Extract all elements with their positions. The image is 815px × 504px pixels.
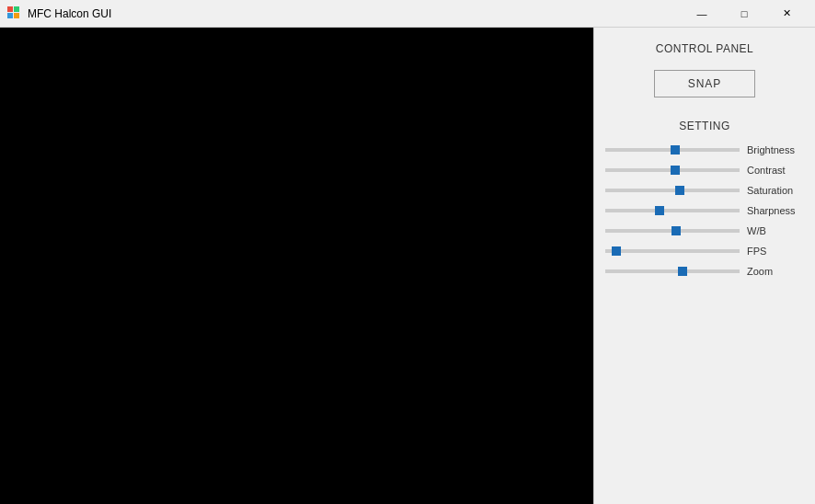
- slider-row: Contrast: [605, 164, 804, 177]
- slider-row: Brightness: [605, 143, 804, 156]
- slider-row: Zoom: [605, 265, 804, 278]
- camera-view: [0, 28, 593, 504]
- slider-wrapper-sharpness: [605, 204, 740, 217]
- window-controls: — □ ✕: [681, 0, 808, 28]
- snap-button[interactable]: SNAP: [654, 70, 755, 97]
- svg-rect-0: [7, 6, 13, 12]
- slider-row: W/B: [605, 224, 804, 237]
- slider-fps[interactable]: [605, 249, 740, 253]
- slider-w/b[interactable]: [605, 229, 740, 233]
- window-title: MFC Halcon GUI: [28, 7, 681, 20]
- slider-label-saturation: Saturation: [740, 185, 804, 196]
- slider-row: Saturation: [605, 184, 804, 197]
- app-icon: [7, 6, 22, 21]
- slider-label-brightness: Brightness: [740, 144, 804, 155]
- slider-row: Sharpness: [605, 204, 804, 217]
- svg-rect-3: [14, 13, 19, 18]
- close-button[interactable]: ✕: [765, 0, 808, 28]
- slider-wrapper-zoom: [605, 265, 740, 278]
- title-bar: MFC Halcon GUI — □ ✕: [0, 0, 815, 28]
- slider-wrapper-saturation: [605, 184, 740, 197]
- slider-zoom[interactable]: [605, 269, 740, 273]
- slider-label-zoom: Zoom: [740, 266, 804, 277]
- slider-label-fps: FPS: [740, 246, 804, 257]
- slider-row: FPS: [605, 245, 804, 258]
- slider-wrapper-fps: [605, 245, 740, 258]
- setting-title: SETTING: [605, 120, 804, 132]
- slider-contrast[interactable]: [605, 168, 740, 172]
- main-container: CONTROL PANEL SNAP SETTING BrightnessCon…: [0, 28, 815, 504]
- sliders-container: BrightnessContrastSaturationSharpnessW/B…: [605, 143, 804, 278]
- control-panel-title: CONTROL PANEL: [656, 42, 754, 55]
- slider-wrapper-w/b: [605, 224, 740, 237]
- minimize-button[interactable]: —: [681, 0, 723, 28]
- slider-label-sharpness: Sharpness: [740, 205, 804, 216]
- control-panel: CONTROL PANEL SNAP SETTING BrightnessCon…: [593, 28, 815, 504]
- slider-wrapper-brightness: [605, 143, 740, 156]
- setting-section: SETTING BrightnessContrastSaturationShar…: [605, 120, 804, 285]
- slider-label-w/b: W/B: [740, 225, 804, 236]
- slider-saturation[interactable]: [605, 189, 740, 192]
- slider-brightness[interactable]: [605, 148, 740, 152]
- slider-sharpness[interactable]: [605, 209, 740, 212]
- slider-wrapper-contrast: [605, 164, 740, 177]
- maximize-button[interactable]: □: [723, 0, 765, 28]
- svg-rect-2: [7, 13, 13, 18]
- svg-rect-1: [14, 6, 19, 12]
- slider-label-contrast: Contrast: [740, 165, 804, 176]
